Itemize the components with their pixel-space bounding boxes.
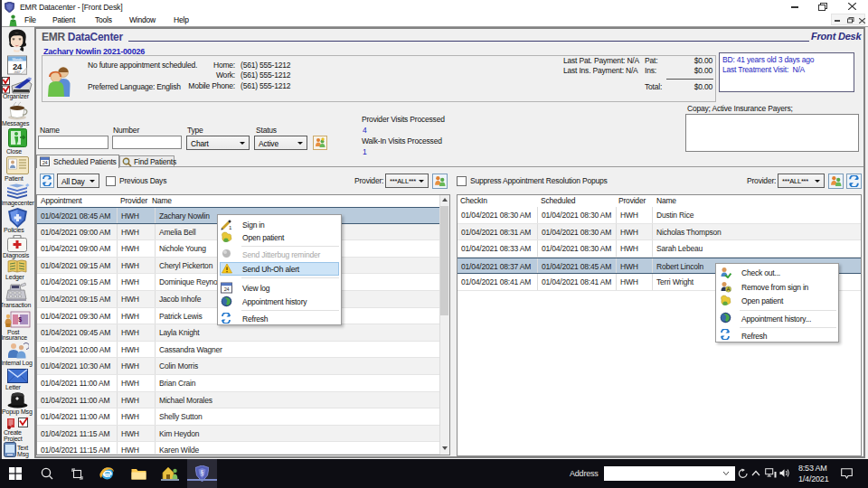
svg-text:§: § [201,469,204,477]
svg-text:1: 1 [229,225,232,230]
svg-text:A: A [727,286,731,292]
svg-text:$: $ [18,316,22,324]
svg-text:2007: 2007 [14,70,21,74]
svg-text:24: 24 [224,286,230,292]
svg-text:24: 24 [42,160,48,165]
svg-text:24: 24 [13,61,23,71]
